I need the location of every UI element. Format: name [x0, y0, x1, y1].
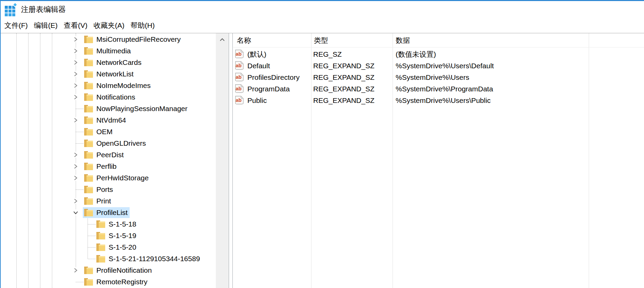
- chevron-right-icon[interactable]: [73, 59, 79, 66]
- tree-item-label: NoImeModeImes: [96, 82, 151, 90]
- chevron-right-icon[interactable]: [73, 83, 79, 89]
- tree-item-label: S-1-5-21-1129105344-16589: [109, 255, 200, 263]
- tree-item[interactable]: NoImeModeImes: [1, 80, 216, 91]
- tree-item[interactable]: Multimedia: [1, 45, 216, 57]
- tree-item[interactable]: ProfileNotification: [1, 265, 216, 276]
- tree-item[interactable]: ProfileList: [1, 207, 216, 218]
- tree-expander: [71, 265, 81, 276]
- folder-icon: [83, 35, 94, 44]
- tree-item[interactable]: NowPlayingSessionManager: [1, 103, 216, 114]
- menu-edit[interactable]: 编辑(E): [31, 21, 61, 30]
- value-row[interactable]: ab Default REG_EXPAND_SZ %SystemDrive%\U…: [233, 60, 644, 72]
- tree-item-content[interactable]: Print: [83, 196, 113, 206]
- chevron-right-icon[interactable]: [73, 36, 79, 42]
- chevron-right-icon[interactable]: [73, 71, 79, 77]
- chevron-right-icon[interactable]: [73, 94, 79, 100]
- tree-expander: [71, 172, 81, 184]
- tree-scrollbar[interactable]: [216, 33, 229, 288]
- tree-item-content[interactable]: Perflib: [83, 161, 119, 172]
- tree-item-label: RemoteRegistry: [96, 278, 148, 286]
- tree-item-content[interactable]: NtVdm64: [83, 115, 128, 126]
- tree-connector: [76, 190, 83, 190]
- tree-item-content[interactable]: ProfileNotification: [83, 265, 154, 276]
- tree-item-content[interactable]: RemoteRegistry: [83, 276, 150, 287]
- tree-expander: [71, 195, 81, 207]
- tree-expander: [71, 45, 81, 57]
- tree-item[interactable]: PeerDist: [1, 149, 216, 161]
- tree-item[interactable]: NetworkList: [1, 68, 216, 80]
- column-header-name[interactable]: 名称: [237, 36, 251, 45]
- tree-view[interactable]: MsiCorruptedFileRecovery Multimedia: [1, 33, 216, 288]
- chevron-right-icon[interactable]: [73, 117, 79, 123]
- tree-item-content[interactable]: S-1-5-20: [95, 242, 138, 253]
- tree-item-content[interactable]: S-1-5-18: [95, 219, 138, 230]
- chevron-right-icon[interactable]: [73, 175, 79, 181]
- chevron-right-icon[interactable]: [73, 163, 79, 169]
- tree-item[interactable]: PerHwIdStorage: [1, 172, 216, 184]
- value-type: REG_EXPAND_SZ: [313, 95, 375, 106]
- menu-view[interactable]: 查看(V): [61, 21, 91, 30]
- tree-expander: [83, 230, 93, 241]
- tree-item-content[interactable]: MsiCorruptedFileRecovery: [83, 34, 183, 45]
- tree-item-content[interactable]: OpenGLDrivers: [83, 138, 148, 149]
- tree-expander: [71, 103, 81, 114]
- tree-item[interactable]: S-1-5-18: [1, 218, 216, 230]
- list-header: 名称 类型 数据: [233, 33, 644, 48]
- tree-item[interactable]: MsiCorruptedFileRecovery: [1, 34, 216, 45]
- scroll-up-button[interactable]: [216, 33, 229, 46]
- tree-item[interactable]: OEM: [1, 126, 216, 138]
- tree-item[interactable]: Print: [1, 195, 216, 207]
- tree-item[interactable]: NtVdm64: [1, 114, 216, 126]
- tree-item[interactable]: OpenGLDrivers: [1, 138, 216, 149]
- tree-item-content[interactable]: NetworkCards: [83, 57, 144, 68]
- tree-item-content[interactable]: PerHwIdStorage: [83, 173, 151, 183]
- tree-expander: [71, 138, 81, 149]
- value-row[interactable]: ab ProgramData REG_EXPAND_SZ %SystemDriv…: [233, 83, 644, 95]
- string-value-icon: ab: [234, 95, 245, 106]
- folder-icon: [83, 185, 94, 194]
- tree-item-content[interactable]: S-1-5-21-1129105344-16589: [95, 253, 202, 264]
- tree-item-content[interactable]: S-1-5-19: [95, 230, 138, 241]
- tree-item-content[interactable]: OEM: [83, 126, 115, 137]
- tree-item[interactable]: Notifications: [1, 91, 216, 103]
- column-header-data[interactable]: 数据: [396, 36, 410, 45]
- tree-expander: [71, 126, 81, 138]
- tree-item[interactable]: Perflib: [1, 161, 216, 172]
- pane-splitter[interactable]: [229, 33, 233, 288]
- value-row[interactable]: ab ProfilesDirectory REG_EXPAND_SZ %Syst…: [233, 72, 644, 83]
- tree-item-label: ProfileList: [96, 209, 128, 217]
- values-list[interactable]: 名称 类型 数据 ab (默认) REG_SZ (数值未设置) ab Defau…: [233, 33, 644, 288]
- tree-item[interactable]: RemoteRegistry: [1, 276, 216, 288]
- tree-item-content[interactable]: NetworkList: [83, 69, 136, 79]
- folder-icon: [83, 162, 94, 171]
- chevron-right-icon[interactable]: [73, 267, 79, 273]
- tree-item[interactable]: S-1-5-20: [1, 241, 216, 253]
- tree-item-content[interactable]: NoImeModeImes: [83, 80, 153, 91]
- chevron-right-icon[interactable]: [73, 152, 79, 158]
- value-row[interactable]: ab (默认) REG_SZ (数值未设置): [233, 49, 644, 60]
- tree-item-label: PerHwIdStorage: [96, 174, 149, 182]
- tree-item-label: S-1-5-19: [109, 232, 136, 240]
- tree-rows: MsiCorruptedFileRecovery Multimedia: [1, 34, 216, 288]
- tree-item[interactable]: S-1-5-21-1129105344-16589: [1, 253, 216, 265]
- tree-item-content[interactable]: Notifications: [83, 92, 137, 103]
- tree-item-content[interactable]: ProfileList: [83, 207, 130, 218]
- tree-expander: [71, 91, 81, 103]
- tree-item[interactable]: Ports: [1, 184, 216, 195]
- menu-favorites[interactable]: 收藏夹(A): [91, 21, 128, 30]
- tree-item-content[interactable]: NowPlayingSessionManager: [83, 103, 189, 114]
- menu-help[interactable]: 帮助(H): [128, 21, 158, 30]
- column-header-type[interactable]: 类型: [314, 36, 328, 45]
- chevron-down-icon[interactable]: [73, 210, 79, 216]
- tree-item-content[interactable]: Multimedia: [83, 46, 133, 56]
- tree-item-content[interactable]: PeerDist: [83, 149, 126, 160]
- menu-file[interactable]: 文件(F): [1, 21, 31, 30]
- tree-item[interactable]: S-1-5-19: [1, 230, 216, 241]
- tree-item[interactable]: NetworkCards: [1, 57, 216, 68]
- folder-icon: [83, 47, 94, 55]
- value-type: REG_EXPAND_SZ: [313, 83, 375, 95]
- chevron-right-icon[interactable]: [73, 198, 79, 204]
- tree-item-content[interactable]: Ports: [83, 184, 115, 195]
- value-row[interactable]: ab Public REG_EXPAND_SZ %SystemDrive%\Us…: [233, 95, 644, 106]
- chevron-right-icon[interactable]: [73, 48, 79, 54]
